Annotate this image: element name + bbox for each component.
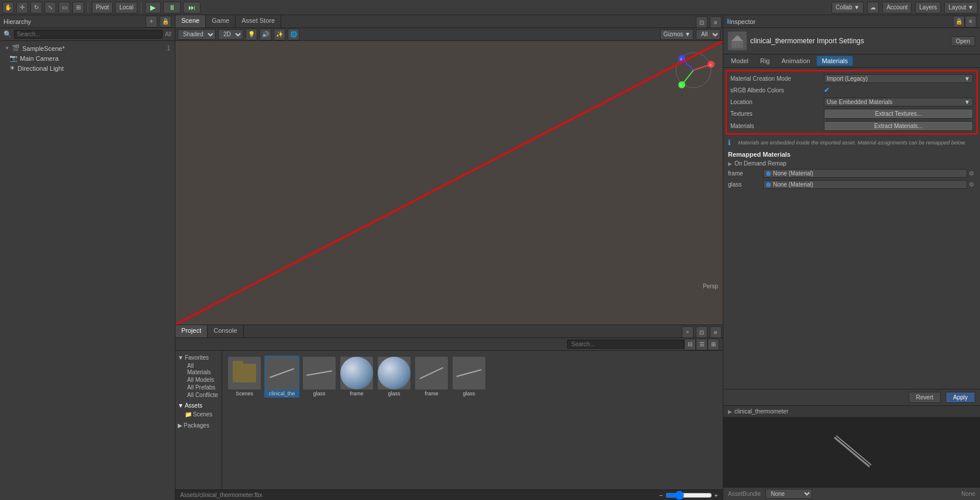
- zoom-out-icon[interactable]: −: [659, 492, 662, 499]
- hand-tool-icon[interactable]: ✋: [2, 2, 14, 13]
- srgb-checkbox[interactable]: ✔: [824, 86, 830, 94]
- asset-clinical-thermo[interactable]: clinical_the: [264, 356, 299, 398]
- location-row: Location Use Embedded Materials ▼: [728, 96, 975, 108]
- project-grid-icon[interactable]: ⊞: [708, 339, 719, 350]
- hierarchy-lock-icon[interactable]: 🔒: [160, 16, 171, 27]
- scene-audio-icon[interactable]: 🔊: [260, 29, 271, 40]
- transform-tool-icon[interactable]: ⊞: [73, 2, 84, 13]
- tab-materials[interactable]: Materials: [816, 56, 853, 66]
- frame1-thumb: [340, 357, 373, 389]
- project-list-icon[interactable]: ☰: [696, 339, 708, 350]
- account-button[interactable]: Account: [882, 2, 912, 13]
- layers-button[interactable]: Layers: [915, 2, 941, 13]
- gizmos-button[interactable]: Gizmos ▼: [660, 29, 693, 40]
- step-button[interactable]: ⏭: [183, 2, 201, 13]
- pivot-button[interactable]: Pivot: [92, 2, 113, 13]
- frame-remap-field[interactable]: None (Material): [763, 169, 967, 178]
- stick-line-2: [306, 370, 332, 376]
- tab-animation[interactable]: Animation: [776, 56, 815, 66]
- scene-tab-scene[interactable]: Scene: [175, 15, 206, 27]
- inspector-title: Inspector: [729, 18, 953, 25]
- extract-textures-button[interactable]: Extract Textures...: [824, 109, 973, 119]
- glass-remap-field[interactable]: None (Material): [763, 180, 967, 189]
- open-button[interactable]: Open: [951, 36, 975, 46]
- move-tool-icon[interactable]: ✛: [16, 2, 28, 13]
- 2d-dropdown[interactable]: 2D: [218, 29, 243, 40]
- asset-scenes-folder[interactable]: Scenes: [227, 356, 262, 398]
- apply-button[interactable]: Apply: [946, 392, 975, 403]
- hierarchy-add-icon[interactable]: +: [146, 16, 157, 27]
- svg-marker-12: [731, 35, 743, 41]
- play-button[interactable]: ▶: [145, 2, 161, 13]
- collab-button[interactable]: Collab ▼: [831, 2, 864, 13]
- project-maximize-icon[interactable]: ⊡: [696, 326, 708, 338]
- scene-tab-game[interactable]: Game: [206, 15, 236, 27]
- rotate-tool-icon[interactable]: ↻: [30, 2, 42, 13]
- scene-view[interactable]: X Y Z Persp: [175, 41, 723, 325]
- scene-menu-icon[interactable]: ≡: [710, 16, 722, 28]
- inspector-content: Material Creation Mode Import (Legacy) ▼…: [723, 68, 980, 389]
- assets-text: Assets: [185, 402, 202, 409]
- tab-model[interactable]: Model: [726, 56, 754, 66]
- project-tab[interactable]: Project: [175, 325, 208, 337]
- hierarchy-search-input[interactable]: [14, 30, 163, 39]
- project-filter-icon[interactable]: ⊟: [684, 339, 696, 350]
- asset-glass-1[interactable]: glass: [302, 356, 337, 398]
- project-search-input[interactable]: [567, 340, 684, 349]
- cloud-icon[interactable]: ☁: [867, 2, 879, 13]
- frame-settings-icon[interactable]: ⚙: [967, 170, 975, 178]
- packages-text: Packages: [184, 422, 209, 429]
- all-dropdown[interactable]: All: [696, 29, 720, 40]
- glass-settings-icon[interactable]: ⚙: [967, 181, 975, 189]
- all-materials-item[interactable]: All Materials: [178, 362, 219, 376]
- scene-tab-asset-store[interactable]: Asset Store: [236, 15, 281, 27]
- scale-tool-icon[interactable]: ⤡: [44, 2, 56, 13]
- pause-button[interactable]: ⏸: [163, 2, 181, 13]
- console-tab[interactable]: Console: [208, 325, 243, 337]
- clinical-thermo-thumb: [265, 357, 298, 389]
- shading-dropdown[interactable]: Shaded: [178, 29, 216, 40]
- stick-thumb-2: [303, 357, 336, 389]
- scenes-label-text: Scenes: [236, 391, 253, 396]
- zoom-in-icon[interactable]: +: [715, 492, 718, 499]
- rect-tool-icon[interactable]: ▭: [58, 2, 70, 13]
- layout-button[interactable]: Layout ▼: [944, 2, 978, 13]
- revert-button[interactable]: Revert: [909, 392, 941, 403]
- inspector-lock-icon[interactable]: 🔒: [953, 16, 965, 27]
- separator-1: [88, 2, 88, 13]
- scene-light-icon[interactable]: 💡: [246, 29, 257, 40]
- all-models-item[interactable]: All Models: [178, 376, 219, 384]
- project-menu-icon[interactable]: ≡: [710, 326, 722, 338]
- hierarchy-sample-scene[interactable]: ▼ 🎬 SampleScene* 1: [0, 43, 175, 53]
- local-button[interactable]: Local: [115, 2, 137, 13]
- asset-glass-3[interactable]: glass: [451, 356, 486, 398]
- material-creation-dropdown[interactable]: Import (Legacy) ▼: [824, 74, 973, 83]
- all-conflicte-item[interactable]: All Conflicte: [178, 391, 219, 399]
- asset-glass-2[interactable]: glass: [377, 356, 412, 398]
- hierarchy-search-icon: 🔍: [4, 30, 12, 38]
- remapped-materials-section: Remapped Materials: [726, 149, 978, 159]
- frame2-label: frame: [425, 391, 438, 396]
- hierarchy-main-camera[interactable]: 📷 Main Camera: [0, 53, 175, 63]
- zoom-slider[interactable]: [665, 491, 712, 500]
- asset-bundle-dropdown[interactable]: None: [765, 489, 812, 499]
- extract-materials-button[interactable]: Extract Materials...: [824, 121, 973, 131]
- asset-frame-2[interactable]: frame: [414, 356, 449, 398]
- scenes-label[interactable]: 📁Scenes: [178, 410, 219, 419]
- all-prefabs-item[interactable]: All Prefabs: [178, 384, 219, 391]
- scene-scene-icon[interactable]: 🌐: [288, 29, 299, 40]
- location-label: Location: [730, 99, 824, 105]
- hierarchy-directional-light[interactable]: ☀ Directional Light: [0, 63, 175, 73]
- on-demand-remap-row[interactable]: ▶ On Demand Remap: [726, 159, 978, 168]
- asset-frame-1[interactable]: frame: [339, 356, 374, 398]
- scene-maximize-icon[interactable]: ⊡: [696, 16, 708, 28]
- materials-row: Materials Extract Materials...: [728, 120, 975, 132]
- navigation-gizmo[interactable]: X Y Z: [670, 47, 717, 94]
- location-dropdown[interactable]: Use Embedded Materials ▼: [824, 98, 973, 106]
- inspector-menu-icon[interactable]: ≡: [965, 16, 976, 27]
- location-value: Use Embedded Materials: [827, 99, 892, 105]
- tab-rig[interactable]: Rig: [755, 56, 775, 66]
- material-creation-value: Import (Legacy): [827, 75, 868, 82]
- scene-effects-icon[interactable]: ✨: [274, 29, 285, 40]
- project-add-icon[interactable]: +: [682, 326, 693, 338]
